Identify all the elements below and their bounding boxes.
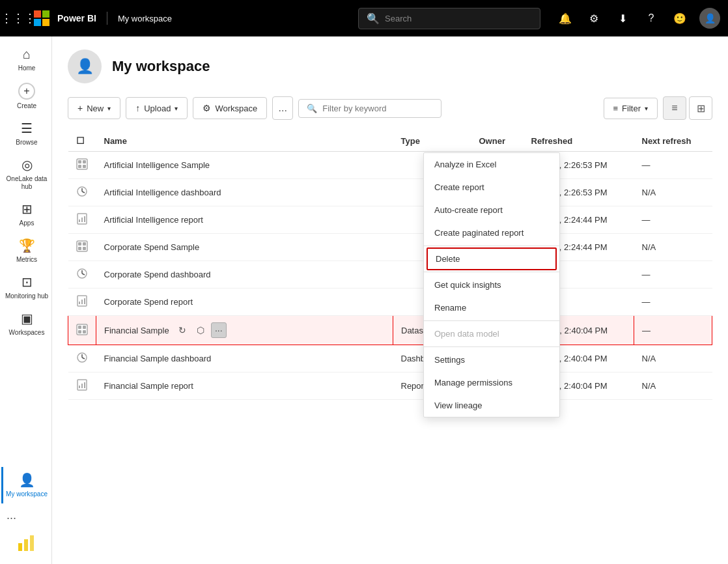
sidebar-item-apps[interactable]: ⊞ Apps [0,196,51,233]
sidebar-item-label: Browse [16,139,37,147]
sidebar-item-browse[interactable]: ☰ Browse [0,115,51,152]
sidebar-item-label: Metrics [16,256,37,264]
page-title: My workspace [112,58,210,75]
row-icon-cell [68,289,96,316]
sidebar-item-workspaces[interactable]: ▣ Workspaces [0,305,51,342]
avatar-icon: 👤 [76,58,94,75]
checkbox-icon[interactable]: ☐ [76,135,85,146]
filter-label: Filter [622,104,641,113]
create-icon: + [18,83,35,100]
row-icon-cell [68,373,96,400]
col-name: Name [96,130,393,152]
list-view-button[interactable]: ≡ [663,96,686,120]
workspaces-icon: ▣ [21,311,33,326]
table-row: Artificial Intelligence report 6/27/23, … [68,206,712,234]
menu-item-auto-create-report[interactable]: Auto-create report [424,199,559,221]
svg-rect-24 [78,326,81,329]
search-input[interactable] [385,14,532,23]
menu-divider [424,246,559,246]
user-avatar[interactable]: 👤 [699,8,720,29]
help-icon[interactable]: ? [642,9,660,27]
row-icon-cell [68,234,96,261]
settings-icon[interactable]: ⚙ [585,9,603,27]
menu-item-delete[interactable]: Delete [427,247,557,270]
menu-divider [424,346,559,347]
more-options-icon[interactable]: ··· [211,322,227,338]
waffle-menu-button[interactable]: ⋮⋮⋮ [8,11,29,25]
menu-item-quick-insights[interactable]: Get quick insights [424,274,559,296]
menu-item-rename[interactable]: Rename [424,296,559,319]
refresh-icon[interactable]: ↻ [175,322,190,338]
home-icon: ⌂ [23,47,31,62]
upload-button[interactable]: ↑ Upload ▾ [126,97,188,119]
view-toggle-buttons: ≡ ⊞ [663,96,712,120]
workspace-label: Workspace [215,104,257,113]
filter-keyword-input[interactable] [322,104,433,113]
gear-icon: ⚙ [203,103,211,113]
svg-rect-12 [84,216,85,222]
workspace-button[interactable]: ⚙ Workspace [193,97,267,119]
toolbar: + New ▾ ↑ Upload ▾ ⚙ Workspace ... 🔍 ≡ F… [68,96,712,120]
search-bar[interactable]: 🔍 [358,8,540,29]
menu-item-view-lineage[interactable]: View lineage [424,394,559,417]
sidebar-item-monitoring[interactable]: ⊡ Monitoring hub [0,269,51,305]
menu-item-settings[interactable]: Settings [424,348,559,371]
svg-rect-15 [83,242,86,246]
new-button[interactable]: + New ▾ [68,97,120,119]
sidebar-item-label: My workspace [6,490,48,498]
menu-item-create-paginated[interactable]: Create paginated report [424,221,559,244]
menu-item-manage-permissions[interactable]: Manage permissions [424,371,559,394]
sidebar-item-myworkspace[interactable]: 👤 My workspace [1,467,50,503]
sidebar-item-label: Monitoring hub [5,292,48,300]
sidebar-item-create[interactable]: + Create [0,78,51,115]
more-options-button[interactable]: ... [272,96,293,120]
table-row: Corporate Spend report — — [68,289,712,316]
sidebar-item-label: Workspaces [9,329,45,337]
metrics-icon: 🏆 [19,238,35,253]
row-name-cell: Corporate Spend report [96,289,393,316]
table-row: Financial Sample ↻ ⬡ ··· Dataset 6/27/23… [68,316,712,345]
smiley-icon[interactable]: 🙂 [671,9,689,27]
row-name: Artificial Intelligence Sample [104,160,210,170]
svg-rect-20 [79,302,80,304]
row-next-refresh-cell: N/A [634,373,712,400]
filter-button[interactable]: ≡ Filter ▾ [604,98,658,119]
share-icon[interactable]: ⬡ [193,322,208,338]
svg-rect-7 [83,165,86,168]
download-icon[interactable]: ⬇ [613,9,632,27]
row-name: Artificial Intelligence dashboard [104,188,221,197]
svg-rect-25 [83,326,86,329]
sidebar-item-label: Create [17,102,36,110]
row-name: Corporate Spend dashboard [104,270,211,279]
col-type: Type [393,130,471,152]
workspace-label: My workspace [118,14,172,23]
myworkspace-icon: 👤 [19,472,35,488]
grid-view-button[interactable]: ⊞ [689,96,712,120]
svg-rect-0 [18,543,22,551]
svg-rect-5 [83,160,86,163]
notification-bell-icon[interactable]: 🔔 [556,9,574,27]
menu-item-open-data-model: Open data model [424,322,559,345]
row-name-cell: Artificial Intelligence Sample [96,152,393,179]
sidebar-more-button[interactable]: ... [1,503,50,528]
svg-rect-2 [30,535,34,551]
row-name-cell: Corporate Spend dashboard [96,261,393,289]
menu-item-analyze-excel[interactable]: Analyze in Excel [424,153,559,176]
sidebar-item-home[interactable]: ⌂ Home [0,42,51,78]
svg-rect-22 [84,298,85,304]
chevron-down-icon: ▾ [175,105,178,112]
upload-label: Upload [144,104,171,113]
row-icon-cell [68,345,96,373]
sidebar-item-metrics[interactable]: 🏆 Metrics [0,233,51,269]
row-next-refresh-cell: — [634,289,712,316]
row-name: Financial Sample report [104,381,193,391]
row-next-refresh-cell: N/A [634,179,712,206]
menu-item-create-report[interactable]: Create report [424,176,559,199]
sidebar-item-onelake[interactable]: ◎ OneLake data hub [0,152,51,196]
row-name-cell: Financial Sample ↻ ⬡ ··· [96,316,393,345]
new-label: New [87,104,104,113]
main-content: 👤 My workspace + New ▾ ↑ Upload ▾ ⚙ Work… [52,36,728,564]
svg-rect-1 [24,539,28,551]
page-header: 👤 My workspace [68,49,712,83]
filter-input-container[interactable]: 🔍 [298,99,441,118]
